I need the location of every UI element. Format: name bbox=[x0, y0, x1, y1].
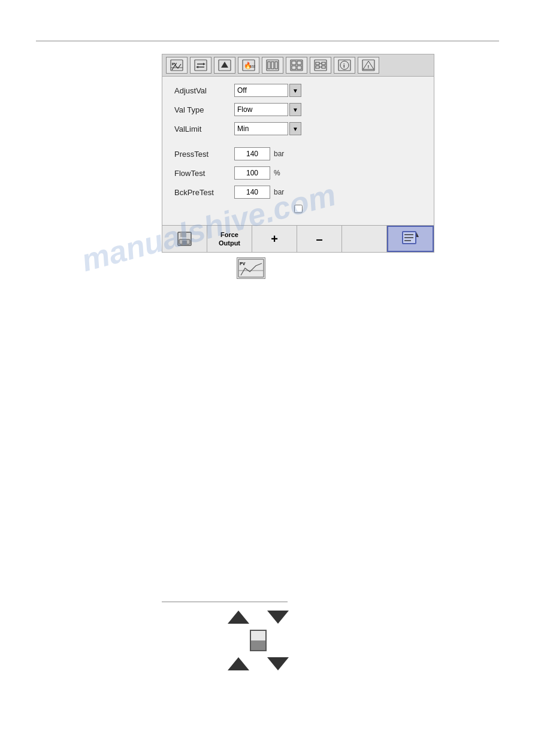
bottom-divider bbox=[162, 602, 288, 602]
svg-rect-20 bbox=[315, 60, 327, 71]
flow-test-row: FlowTest 100 % bbox=[174, 166, 422, 180]
scroll-icon[interactable] bbox=[250, 630, 267, 651]
adjust-val-dropdown-arrow[interactable]: ▼ bbox=[289, 84, 301, 97]
adjust-val-select-wrapper: Off On ▼ bbox=[234, 84, 301, 97]
bottom-arrow-up[interactable] bbox=[228, 657, 249, 670]
val-type-label: Val Type bbox=[174, 105, 234, 114]
plus-label: + bbox=[271, 232, 278, 246]
val-type-select[interactable]: Flow Pressure bbox=[234, 103, 288, 116]
transfer-button[interactable] bbox=[190, 57, 211, 74]
pv-button[interactable]: PV bbox=[166, 57, 188, 74]
action-bar: ForceOutput + – bbox=[162, 225, 434, 252]
arrows-section bbox=[228, 611, 289, 670]
bck-pre-test-input[interactable]: 140 bbox=[234, 186, 270, 199]
svg-rect-34 bbox=[180, 232, 186, 237]
svg-text:sss: sss bbox=[250, 64, 255, 68]
val-limit-label: ValLimit bbox=[174, 125, 234, 133]
flow-test-label: FlowTest bbox=[174, 169, 234, 178]
bck-pre-test-unit: bar bbox=[274, 188, 284, 196]
val-limit-dropdown-arrow[interactable]: ▼ bbox=[289, 122, 301, 135]
press-test-unit: bar bbox=[274, 150, 284, 158]
press-test-input[interactable]: 140 bbox=[234, 147, 270, 160]
top-arrow-row bbox=[228, 611, 289, 624]
bottom-arrow-row bbox=[228, 657, 289, 670]
svg-rect-15 bbox=[291, 60, 303, 71]
blocks-button[interactable] bbox=[262, 57, 283, 74]
bck-pre-test-row: BckPreTest 140 bar bbox=[174, 186, 422, 199]
val-limit-row: ValLimit Min Max ▼ bbox=[174, 122, 422, 135]
top-arrow-down[interactable] bbox=[267, 611, 289, 624]
scroll-icon-inner bbox=[251, 640, 265, 650]
val-type-row: Val Type Flow Pressure ▼ bbox=[174, 103, 422, 116]
svg-marker-41 bbox=[416, 232, 419, 237]
top-divider bbox=[36, 41, 499, 41]
checkbox-row bbox=[174, 205, 422, 213]
plus-button[interactable]: + bbox=[252, 226, 297, 252]
info-button[interactable]: i bbox=[334, 57, 355, 74]
val-limit-select-wrapper: Min Max ▼ bbox=[234, 122, 301, 135]
svg-text:!: ! bbox=[368, 64, 370, 69]
alert-button[interactable]: ! bbox=[358, 57, 379, 74]
force-output-button[interactable]: ForceOutput bbox=[207, 226, 252, 252]
val-type-select-wrapper: Flow Pressure ▼ bbox=[234, 103, 301, 116]
svg-text:i: i bbox=[343, 63, 345, 69]
save-button[interactable] bbox=[162, 226, 207, 252]
connect-button[interactable] bbox=[310, 57, 331, 74]
flow-test-unit: % bbox=[274, 169, 280, 177]
svg-text:PV: PV bbox=[240, 262, 246, 266]
svg-rect-3 bbox=[195, 60, 207, 71]
up-button[interactable] bbox=[214, 57, 235, 74]
flow-test-input[interactable]: 100 bbox=[234, 166, 270, 180]
minus-button[interactable]: – bbox=[297, 226, 342, 252]
empty-button bbox=[342, 226, 387, 252]
toolbar: PV 🔥 s bbox=[162, 54, 434, 77]
grid-button[interactable] bbox=[286, 57, 307, 74]
top-arrow-up[interactable] bbox=[228, 611, 249, 624]
pv-icon-container: PV bbox=[237, 257, 265, 279]
adjust-val-select[interactable]: Off On bbox=[234, 84, 288, 97]
form-area: AdjustVal Off On ▼ Val Type Flow Pressur… bbox=[162, 77, 434, 225]
svg-rect-36 bbox=[182, 241, 187, 244]
bck-pre-test-label: BckPreTest bbox=[174, 188, 234, 197]
adjust-val-row: AdjustVal Off On ▼ bbox=[174, 84, 422, 97]
val-limit-select[interactable]: Min Max bbox=[234, 122, 288, 135]
pv-icon-box[interactable]: PV bbox=[237, 257, 265, 279]
press-test-label: PressTest bbox=[174, 150, 234, 159]
bottom-arrow-down[interactable] bbox=[267, 657, 289, 670]
svg-text:PV: PV bbox=[172, 62, 177, 66]
heat-button[interactable]: 🔥 sss bbox=[238, 57, 259, 74]
val-type-dropdown-arrow[interactable]: ▼ bbox=[289, 103, 301, 116]
minus-label: – bbox=[316, 232, 322, 246]
form-checkbox[interactable] bbox=[294, 205, 303, 213]
force-output-label: ForceOutput bbox=[219, 230, 240, 248]
main-panel: PV 🔥 s bbox=[162, 54, 434, 253]
adjust-val-label: AdjustVal bbox=[174, 86, 234, 95]
press-test-row: PressTest 140 bar bbox=[174, 147, 422, 160]
list-active-button[interactable] bbox=[387, 226, 434, 252]
